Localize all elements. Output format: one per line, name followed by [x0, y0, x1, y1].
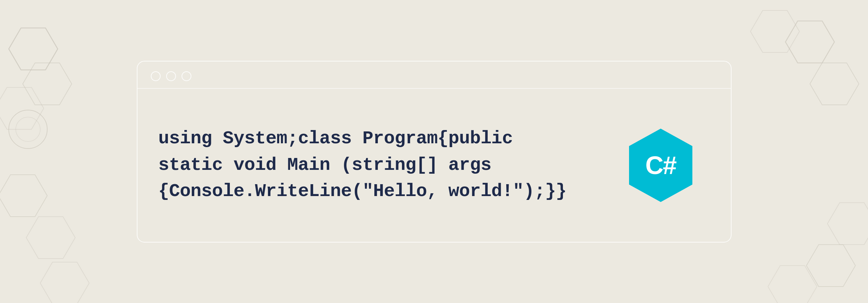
window-titlebar: [137, 62, 731, 89]
svg-point-3: [16, 117, 40, 142]
csharp-logo: C#: [626, 127, 696, 204]
code-content: using System;class Program{public static…: [158, 125, 605, 204]
svg-marker-6: [0, 87, 44, 129]
titlebar-dot-3: [182, 71, 191, 81]
main-container: using System;class Program{public static…: [49, 29, 819, 274]
code-body: using System;class Program{public static…: [137, 89, 731, 242]
svg-marker-4: [0, 175, 47, 217]
hexagon-shape: C#: [627, 127, 695, 204]
svg-marker-11: [827, 203, 868, 245]
svg-point-2: [9, 110, 47, 149]
titlebar-dot-2: [166, 71, 176, 81]
code-window: using System;class Program{public static…: [137, 61, 732, 243]
titlebar-dot-1: [151, 71, 161, 81]
code-line-1: using System;class Program{public: [158, 128, 513, 149]
csharp-label: C#: [645, 153, 676, 178]
code-line-2: static void Main (string[] args: [158, 155, 492, 175]
code-line-3: {Console.WriteLine("Hello, world!");}}: [158, 181, 567, 202]
